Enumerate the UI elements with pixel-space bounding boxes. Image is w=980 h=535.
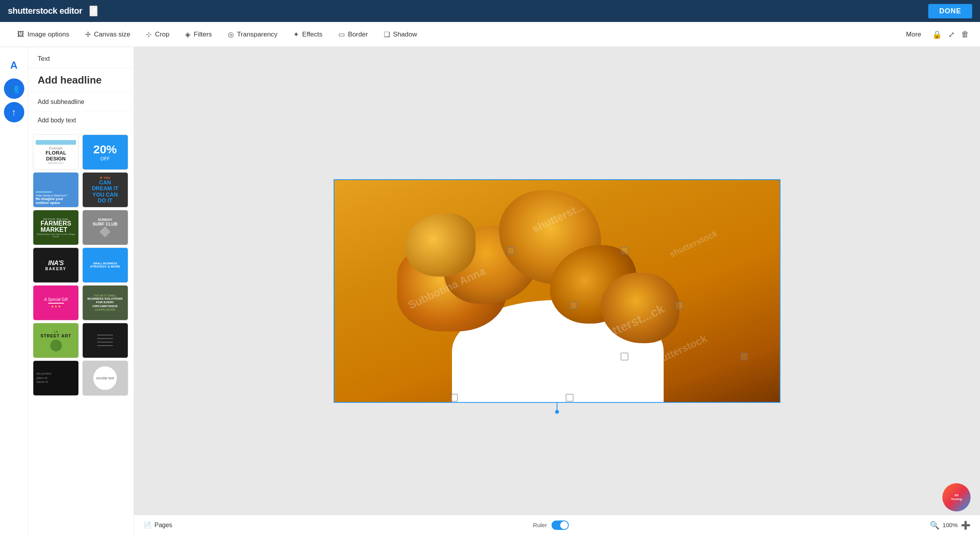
surf-diamond [100,226,111,237]
template-surf[interactable]: SUNDAY SURF CLUB [82,210,128,245]
transparency-button[interactable]: ◎ Transparency [220,27,285,42]
scatter-handle-10[interactable] [566,394,573,402]
left-sidebar: A 👥 ↑ [0,47,28,535]
ruler-toggle[interactable] [552,520,569,530]
ruler-section: Ruler [533,520,569,530]
20pct-number: 20% [93,143,117,156]
streetart-text1: LA [54,330,58,333]
streetart-text2: STREET ART [40,333,71,338]
20pct-off: OFF [100,156,110,162]
main-layout: A 👥 ↑ Text Add headline Add subheadline … [0,47,980,535]
people-icon: 👥 [9,84,19,94]
inas-text1: INA'S [48,260,64,267]
transparency-label: Transparency [237,31,278,38]
ss-badge-text: SSTexting [951,493,962,501]
template-best[interactable]: THE BEST SMALL BUSINESS SOLUTIONSFOR EVE… [82,285,128,320]
brand-logo: shutterstock editor [8,6,82,16]
effects-button[interactable]: ✦ Effects [285,27,330,42]
shadow-label: Shadow [393,31,417,38]
template-streetart[interactable]: LA STREET ART [33,323,79,358]
sidebar-text-icon[interactable]: A [4,55,24,75]
lock-icon[interactable]: 🔒 [931,28,944,41]
zoom-value: 100% [943,522,958,528]
smallbiz-text2: STRATEGY & MORE [90,265,120,268]
template-gift[interactable]: A Special Gift ★ ★ ★ [33,285,79,320]
add-body-text-button[interactable]: Add body text [28,111,134,130]
scatter-handle-1[interactable] [507,247,515,255]
zoom-in-button[interactable]: ➕ [961,520,971,530]
best-text3: LEARN MORE [95,308,116,311]
shadow-button[interactable]: ❏ Shadow [376,27,425,42]
crop-button[interactable]: ⊹ Crop [138,27,177,42]
patio-text1: Patio Needs A Makeover? [36,194,76,197]
center-dot [555,410,559,414]
more-label: More [906,31,921,38]
canvas-area: shutterst... Subbotina Anna shutterst...… [134,47,980,535]
pages-button[interactable]: 📄 Pages [143,521,172,529]
zoom-out-button[interactable]: 🔍 [930,520,940,530]
border-label: Border [348,31,368,38]
bottom-bar: 📄 Pages Ruler 🔍 100% ➕ [134,515,980,535]
canvas-size-icon: ✛ [85,30,91,39]
floral-top-bar [36,140,76,145]
text-icon-letter: A [10,59,18,71]
more-button[interactable]: More [900,27,927,42]
circular-inner: circular text [93,366,117,390]
scatter-handle-9[interactable] [450,394,458,402]
scatter-handle-4[interactable] [570,302,577,309]
border-icon: ▭ [338,30,345,39]
trash-icon[interactable]: 🗑 [960,28,971,40]
undo-button[interactable]: ↺ [89,5,98,16]
template-dream[interactable]: IF YOU CANDREAM ITYOU CANDO IT [82,172,128,207]
scatter-handle-8[interactable] [740,353,748,360]
template-smallbiz[interactable]: SMALL BUSINESS STRATEGY & MORE [82,247,128,283]
transparency-icon: ◎ [228,30,234,39]
darkposter-text: ━━━━━━━━━━━━━━━━━━━━━━━━━━━━━━━━ [96,332,114,349]
filters-icon: ◈ [185,30,191,39]
resize-icon[interactable]: ⤢ [947,28,956,41]
done-button[interactable]: DONE [928,4,972,18]
pages-label: Pages [154,522,172,529]
effects-label: Effects [302,31,323,38]
add-subheadline-button[interactable]: Add subheadline [28,93,134,111]
pages-icon: 📄 [143,521,151,529]
image-options-label: Image options [27,31,69,38]
scatter-handle-2[interactable] [621,247,628,255]
template-floral[interactable]: Example FLORALDESIGN website.com [33,135,79,170]
template-circular[interactable]: circular text [82,360,128,396]
gift-text1: A Special Gift [44,297,67,302]
template-grid: Example FLORALDESIGN website.com 20% OFF… [28,130,134,400]
template-inas[interactable]: INA'S BAKERY [33,247,79,283]
dance-text: the perfectplace todance is [36,372,51,384]
best-text1: THE BEST SMALL [93,294,116,297]
scatter-handle-7[interactable] [621,353,628,360]
template-patio[interactable]: Patio Needs A Makeover? Re-imagine your … [33,172,79,207]
text-panel-header: Text [28,47,134,68]
farmers-text3: Wednesdays 8am-5pm at the Village Green [36,233,76,238]
sidebar-upload-icon[interactable]: ↑ [4,102,24,122]
surf-text1: SUNDAY [98,218,112,222]
toolbar: 🖼 Image options ✛ Canvas size ⊹ Crop ◈ F… [0,22,980,47]
brand-name-white: editor [57,6,82,16]
filters-button[interactable]: ◈ Filters [177,27,220,42]
streetart-circle [50,340,62,351]
canvas-size-button[interactable]: ✛ Canvas size [77,27,138,42]
add-headline-button[interactable]: Add headline [28,68,134,93]
template-darkposter[interactable]: ━━━━━━━━━━━━━━━━━━━━━━━━━━━━━━━━ [82,323,128,358]
border-button[interactable]: ▭ Border [330,27,376,42]
toolbar-right: More 🔒 ⤢ 🗑 [900,27,971,42]
sidebar-people-icon[interactable]: 👥 [4,78,24,99]
farmers-text2: FARMERSMARKET [40,220,71,233]
canvas-container[interactable]: shutterst... Subbotina Anna shutterst...… [334,179,780,403]
template-20pct[interactable]: 20% OFF [82,135,128,170]
canvas-size-label: Canvas size [94,31,131,38]
crop-icon: ⊹ [146,30,152,39]
template-farmers[interactable]: Eat Fresh. Buy local. FARMERSMARKET Wedn… [33,210,79,245]
scatter-handle-5[interactable] [675,302,683,309]
smallbiz-text1: SMALL BUSINESS [93,262,117,265]
gift-divider [48,303,64,304]
template-dance[interactable]: the perfectplace todance is [33,360,79,396]
upload-icon: ↑ [12,107,16,118]
image-options-button[interactable]: 🖼 Image options [9,27,77,42]
center-indicator [555,402,559,414]
